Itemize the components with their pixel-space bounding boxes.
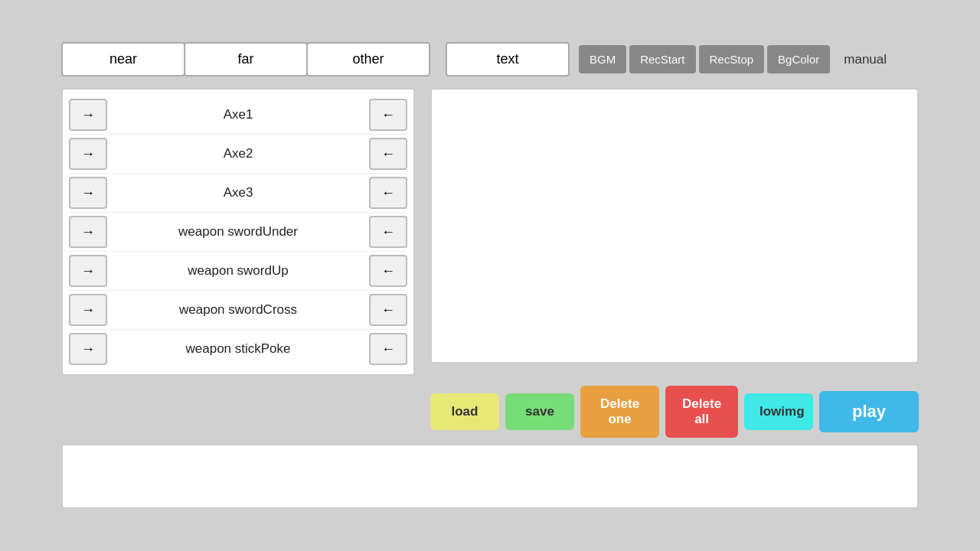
- list-item: →weapon swordUnder←: [69, 213, 407, 252]
- list-item: →Axe2←: [69, 135, 407, 174]
- bgcolor-button[interactable]: BgColor: [767, 45, 830, 73]
- arrow-left-4[interactable]: ←: [369, 255, 407, 287]
- item-label-3: weapon swordUnder: [107, 224, 369, 240]
- arrow-left-6[interactable]: ←: [369, 333, 407, 365]
- right-panel: [430, 88, 919, 364]
- list-item: →Axe3←: [69, 174, 407, 213]
- arrow-left-3[interactable]: ←: [369, 216, 407, 248]
- arrow-left-2[interactable]: ←: [369, 177, 407, 209]
- arrow-right-4[interactable]: →: [69, 255, 107, 287]
- tab-text[interactable]: text: [446, 42, 570, 77]
- item-label-1: Axe2: [107, 146, 369, 161]
- arrow-left-5[interactable]: ←: [369, 294, 407, 326]
- load-button[interactable]: load: [430, 393, 499, 430]
- lowimg-button[interactable]: lowimg: [744, 393, 813, 430]
- manual-button[interactable]: manual: [833, 44, 897, 75]
- recstop-button[interactable]: RecStop: [699, 45, 765, 73]
- tab-far[interactable]: far: [184, 42, 308, 77]
- item-label-2: Axe3: [107, 185, 369, 201]
- arrow-right-2[interactable]: →: [69, 177, 107, 209]
- arrow-right-3[interactable]: →: [69, 216, 107, 248]
- top-bar: near far other text BGM RecStart RecStop…: [61, 42, 919, 77]
- save-button[interactable]: save: [505, 393, 574, 430]
- list-item: →weapon swordCross←: [69, 291, 407, 330]
- item-label-6: weapon stickPoke: [107, 341, 369, 357]
- arrow-right-5[interactable]: →: [69, 294, 107, 326]
- arrow-left-1[interactable]: ←: [369, 138, 407, 170]
- arrow-left-0[interactable]: ←: [369, 99, 407, 131]
- item-label-0: Axe1: [107, 107, 369, 122]
- list-item: →weapon stickPoke←: [69, 330, 407, 368]
- item-label-4: weapon swordUp: [107, 263, 369, 279]
- recstart-button[interactable]: RecStart: [629, 45, 695, 73]
- list-item: →weapon swordUp←: [69, 252, 407, 291]
- item-label-5: weapon swordCross: [107, 302, 369, 318]
- bottom-panel: [61, 444, 919, 509]
- play-button[interactable]: play: [819, 391, 919, 432]
- arrow-right-1[interactable]: →: [69, 138, 107, 170]
- list-item: →Axe1←: [69, 96, 407, 135]
- delete-all-button[interactable]: Delete all: [665, 386, 738, 438]
- tab-other[interactable]: other: [306, 42, 430, 77]
- arrow-right-6[interactable]: →: [69, 333, 107, 365]
- tab-near[interactable]: near: [61, 42, 185, 77]
- delete-one-button[interactable]: Delete one: [580, 386, 659, 438]
- bgm-button[interactable]: BGM: [579, 45, 626, 73]
- arrow-right-0[interactable]: →: [69, 99, 107, 131]
- main-container: near far other text BGM RecStart RecStop…: [0, 0, 980, 551]
- action-bar: load save Delete one Delete all lowimg p…: [430, 386, 919, 438]
- left-panel: →Axe1←→Axe2←→Axe3←→weapon swordUnder←→we…: [61, 88, 415, 376]
